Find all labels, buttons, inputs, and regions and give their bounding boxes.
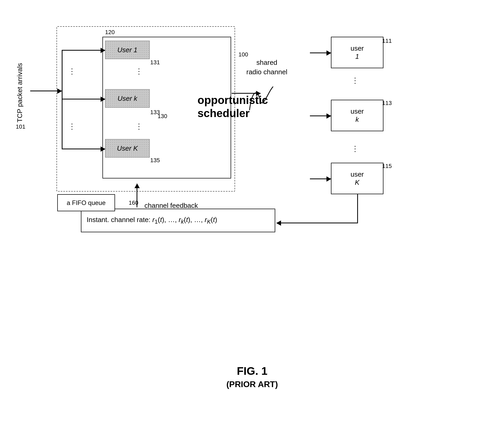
feedback-text: Instant. channel rate: r1(t), …, rk(t), … xyxy=(87,216,217,225)
right-user-box-k: userk xyxy=(331,100,383,131)
radio-wave xyxy=(244,84,278,118)
vert-line-top xyxy=(62,50,63,99)
feedback-horiz-line xyxy=(277,223,358,223)
right-user-box-K: userK xyxy=(331,163,383,194)
arrow-radio-user-k xyxy=(310,115,331,116)
fig-subtitle: (PRIOR ART) xyxy=(186,380,318,389)
arrow-to-user-k xyxy=(62,99,105,99)
userK-label: User K xyxy=(117,144,138,152)
userk-label: User k xyxy=(117,94,137,103)
ref-120: 120 xyxy=(105,29,115,36)
ref-135: 135 xyxy=(150,157,160,164)
user1-label: User 1 xyxy=(117,46,138,54)
fifo-box: a FIFO queue xyxy=(57,194,115,211)
feedback-down-line xyxy=(357,194,358,223)
dots-right-bot: ⋮ xyxy=(351,144,359,153)
arrow-radio-user-K xyxy=(310,178,331,179)
arrow-radio-user-1 xyxy=(310,52,331,53)
dots-right-top: ⋮ xyxy=(351,76,359,85)
fifo-label: a FIFO queue xyxy=(67,199,106,207)
user-box-K: User K xyxy=(105,139,150,157)
ref-100: 100 xyxy=(238,51,248,58)
right-userk-label: userk xyxy=(351,107,364,124)
ref-111: 111 xyxy=(382,38,392,44)
arrow-to-user-1 xyxy=(62,50,105,51)
radio-label: sharedradio channel xyxy=(246,58,287,77)
ref-133: 133 xyxy=(150,109,160,116)
ref-115: 115 xyxy=(382,163,392,170)
dots-sched-bot: ⋮ xyxy=(135,122,143,131)
ref-131: 131 xyxy=(150,59,160,66)
diagram-container: TCP packet arrivals 101 Base station 120… xyxy=(16,10,483,404)
dots-sched-top: ⋮ xyxy=(135,67,143,76)
user-box-k: User k xyxy=(105,89,150,108)
right-userK-label: userK xyxy=(351,170,364,187)
arrow-to-user-K xyxy=(62,149,105,149)
vert-line-bot xyxy=(62,99,63,149)
right-user-box-1: user1 xyxy=(331,37,383,68)
dots-queue-bot: ⋮ xyxy=(68,122,76,131)
ref-101: 101 xyxy=(16,123,25,130)
fig-caption: FIG. 1 (PRIOR ART) xyxy=(186,365,318,389)
right-user1-label: user1 xyxy=(351,44,364,61)
fig-title: FIG. 1 xyxy=(186,365,318,377)
tcp-label: TCP packet arrivals xyxy=(16,63,24,122)
ref-160: 160 xyxy=(129,199,138,206)
ref-113: 113 xyxy=(382,100,392,107)
feedback-box: Instant. channel rate: r1(t), …, rk(t), … xyxy=(81,209,275,232)
user-box-1: User 1 xyxy=(105,41,150,59)
dots-queue-top: ⋮ xyxy=(68,67,76,76)
